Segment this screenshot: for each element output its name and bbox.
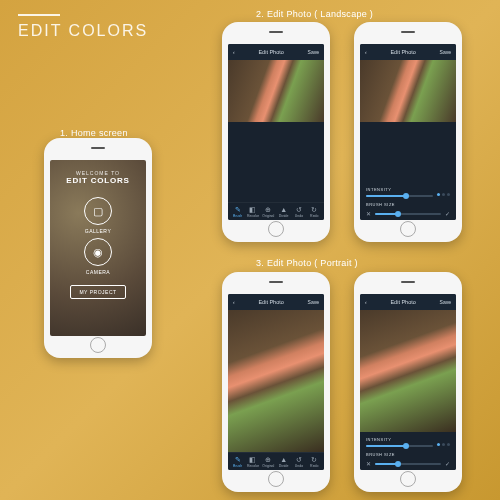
cancel-icon[interactable]: ✕ bbox=[366, 210, 371, 217]
intensity-slider[interactable] bbox=[366, 445, 433, 447]
tool-divide[interactable]: ▲Divide bbox=[277, 206, 291, 218]
phone-landscape-b: ‹ Edit Photo Save INTENSITY BRUSH SIZE ✕… bbox=[354, 22, 462, 242]
tool-brush[interactable]: ✎Brush bbox=[231, 456, 245, 468]
brush-icon: ✎ bbox=[235, 206, 241, 213]
intensity-slider[interactable] bbox=[366, 195, 433, 197]
redo-icon: ↻ bbox=[311, 456, 317, 463]
divide-icon: ▲ bbox=[280, 206, 287, 213]
intensity-label: INTENSITY bbox=[366, 187, 450, 192]
tool-undo[interactable]: ↺Undo bbox=[292, 456, 306, 468]
phone-portrait-a: ‹ Edit Photo Save ✎Brush◧Recolor⊕Origina… bbox=[222, 272, 330, 492]
screen-title: Edit Photo bbox=[258, 299, 283, 305]
tool-redo[interactable]: ↻Redo bbox=[307, 206, 321, 218]
phone-portrait-b: ‹ Edit Photo Save INTENSITY BRUSH SIZE ✕… bbox=[354, 272, 462, 492]
redo-icon: ↻ bbox=[311, 206, 317, 213]
photo-canvas[interactable] bbox=[360, 60, 456, 122]
welcome-text: WELCOME TO bbox=[76, 170, 120, 176]
camera-label: CAMERA bbox=[86, 269, 110, 275]
intensity-label: INTENSITY bbox=[366, 437, 450, 442]
camera-icon: ◉ bbox=[93, 246, 103, 259]
tool-recolor[interactable]: ◧Recolor bbox=[246, 456, 260, 468]
caption-home: 1. Home screen bbox=[60, 128, 128, 138]
my-project-button[interactable]: MY PROJECT bbox=[70, 285, 125, 299]
cancel-icon[interactable]: ✕ bbox=[366, 460, 371, 467]
confirm-icon[interactable]: ✓ bbox=[445, 460, 450, 467]
undo-icon: ↺ bbox=[296, 206, 302, 213]
toolbar: ✎Brush◧Recolor⊕Original▲Divide↺Undo↻Redo bbox=[228, 452, 324, 470]
camera-button[interactable]: ◉ bbox=[84, 238, 112, 266]
screen-title: Edit Photo bbox=[258, 49, 283, 55]
page-title: EDIT COLORS bbox=[18, 14, 148, 40]
gallery-label: GALLERY bbox=[85, 228, 111, 234]
back-icon[interactable]: ‹ bbox=[365, 49, 367, 55]
recolor-icon: ◧ bbox=[249, 456, 256, 463]
tool-redo[interactable]: ↻Redo bbox=[307, 456, 321, 468]
photo-canvas[interactable] bbox=[228, 60, 324, 122]
gallery-button[interactable]: ▢ bbox=[84, 197, 112, 225]
tool-brush[interactable]: ✎Brush bbox=[231, 206, 245, 218]
original-icon: ⊕ bbox=[265, 206, 271, 213]
tool-original[interactable]: ⊕Original bbox=[261, 206, 275, 218]
brush-label: BRUSH SIZE bbox=[366, 452, 450, 457]
caption-landscape: 2. Edit Photo ( Landscape ) bbox=[256, 9, 373, 19]
back-icon[interactable]: ‹ bbox=[233, 49, 235, 55]
recolor-icon: ◧ bbox=[249, 206, 256, 213]
gallery-icon: ▢ bbox=[93, 205, 103, 218]
app-title: EDIT COLORS bbox=[66, 176, 129, 185]
tool-undo[interactable]: ↺Undo bbox=[292, 206, 306, 218]
toolbar: ✎Brush◧Recolor⊕Original▲Divide↺Undo↻Redo bbox=[228, 202, 324, 220]
topbar: ‹ Edit Photo Save bbox=[228, 44, 324, 60]
save-button[interactable]: Save bbox=[440, 49, 451, 55]
screen-title: Edit Photo bbox=[390, 49, 415, 55]
brush-slider[interactable] bbox=[375, 213, 441, 215]
photo-canvas[interactable] bbox=[228, 310, 324, 452]
original-icon: ⊕ bbox=[265, 456, 271, 463]
screen-title: Edit Photo bbox=[390, 299, 415, 305]
phone-landscape-a: ‹ Edit Photo Save ✎Brush◧Recolor⊕Origina… bbox=[222, 22, 330, 242]
save-button[interactable]: Save bbox=[308, 299, 319, 305]
save-button[interactable]: Save bbox=[440, 299, 451, 305]
confirm-icon[interactable]: ✓ bbox=[445, 210, 450, 217]
brush-label: BRUSH SIZE bbox=[366, 202, 450, 207]
brush-icon: ✎ bbox=[235, 456, 241, 463]
phone-home: WELCOME TO EDIT COLORS ▢ GALLERY ◉ CAMER… bbox=[44, 138, 152, 358]
back-icon[interactable]: ‹ bbox=[365, 299, 367, 305]
tool-divide[interactable]: ▲Divide bbox=[277, 456, 291, 468]
divide-icon: ▲ bbox=[280, 456, 287, 463]
undo-icon: ↺ bbox=[296, 456, 302, 463]
back-icon[interactable]: ‹ bbox=[233, 299, 235, 305]
photo-canvas[interactable] bbox=[360, 310, 456, 432]
tool-original[interactable]: ⊕Original bbox=[261, 456, 275, 468]
tool-recolor[interactable]: ◧Recolor bbox=[246, 206, 260, 218]
caption-portrait: 3. Edit Photo ( Portrait ) bbox=[256, 258, 358, 268]
save-button[interactable]: Save bbox=[308, 49, 319, 55]
brush-slider[interactable] bbox=[375, 463, 441, 465]
